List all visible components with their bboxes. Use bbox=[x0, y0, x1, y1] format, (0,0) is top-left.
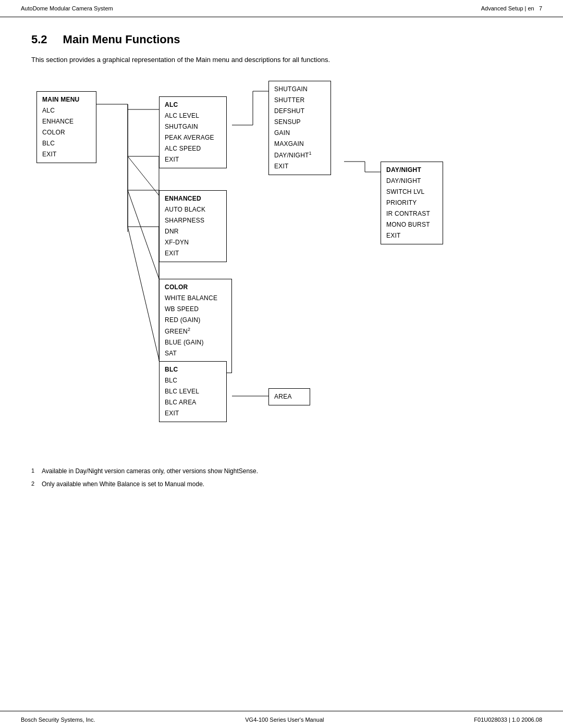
svg-line-8 bbox=[128, 227, 159, 360]
alc-menu-title: ALC bbox=[165, 100, 221, 110]
enhanced-item-autoblack: AUTO BLACK bbox=[165, 204, 221, 215]
section-number: 5.2 bbox=[31, 33, 47, 46]
color-menu-box: COLOR WHITE BALANCE WB SPEED RED (GAIN) … bbox=[159, 279, 232, 373]
area-menu-box: AREA bbox=[268, 388, 310, 405]
page-content: 5.2 Main Menu Functions This section pro… bbox=[0, 17, 563, 534]
blc-item-blcarea: BLC AREA bbox=[165, 397, 221, 408]
svg-line-6 bbox=[128, 190, 159, 279]
shutgain-item-sensup: SENSUP bbox=[274, 117, 325, 128]
enhanced-item-exit: EXIT bbox=[165, 248, 221, 259]
main-menu-box: MAIN Menu ALC ENHANCE COLOR BLC EXIT bbox=[36, 91, 96, 163]
area-item: AREA bbox=[274, 391, 304, 402]
shutgain-item-shutgain: SHUTGAIN bbox=[274, 84, 325, 95]
footer-center: VG4-100 Series User's Manual bbox=[245, 717, 324, 723]
enhanced-item-dnr: DNR bbox=[165, 226, 221, 237]
section-header: 5.2 Main Menu Functions bbox=[31, 33, 532, 46]
daynight-item-exit: EXIT bbox=[386, 230, 437, 241]
footnote-1-text: Available in Day/Night version cameras o… bbox=[42, 466, 258, 476]
shutgain-item-daynight: DAY/NIGHT1 bbox=[274, 150, 325, 161]
enhanced-title: ENHANCED bbox=[165, 193, 221, 204]
shutgain-item-defshut: DEFSHUT bbox=[274, 106, 325, 117]
svg-line-3 bbox=[128, 146, 159, 195]
main-menu-item-blc: BLC bbox=[42, 138, 91, 149]
main-menu-item-enhance: ENHANCE bbox=[42, 116, 91, 127]
alc-menu-item-alcspeed: ALC SPEED bbox=[165, 143, 221, 154]
shutgain-menu-box: SHUTGAIN SHUTTER DEFSHUT SENSUP GAIN MAX… bbox=[268, 81, 331, 175]
color-item-wb: WHITE BALANCE bbox=[165, 293, 226, 304]
enhanced-menu-box: ENHANCED AUTO BLACK SHARPNESS DNR XF-DYN… bbox=[159, 190, 227, 262]
shutgain-item-gain: GAIN bbox=[274, 128, 325, 139]
main-menu-item-color: COLOR bbox=[42, 127, 91, 138]
color-item-redgain: RED (GAIN) bbox=[165, 315, 226, 326]
enhanced-item-xfdyn: XF-DYN bbox=[165, 237, 221, 248]
daynight-item-monoburst: MONO BURST bbox=[386, 219, 437, 230]
alc-menu-item-alc: ALC LEVEL bbox=[165, 110, 221, 121]
alc-menu-item-exit: EXIT bbox=[165, 154, 221, 165]
main-menu-item-alc: ALC bbox=[42, 105, 91, 116]
daynight-item-daynight: DAY/NIGHT bbox=[386, 176, 437, 187]
footnote-area: 1 Available in Day/Night version cameras… bbox=[31, 466, 532, 489]
blc-item-exit: EXIT bbox=[165, 408, 221, 419]
shutgain-item-exit: EXIT bbox=[274, 161, 325, 172]
alc-menu-item-shutgain: SHUTGAIN bbox=[165, 121, 221, 132]
color-title: COLOR bbox=[165, 282, 226, 293]
footer-right: F01U028033 | 1.0 2006.08 bbox=[474, 717, 542, 723]
enhanced-item-sharpness: SHARPNESS bbox=[165, 215, 221, 226]
header-right: Advanced Setup | en 7 bbox=[481, 5, 542, 11]
alc-menu-box: ALC ALC LEVEL SHUTGAIN PEAK AVERAGE ALC … bbox=[159, 96, 227, 168]
header-left: AutoDome Modular Camera System bbox=[21, 5, 113, 11]
footer-left: Bosch Security Systems, Inc. bbox=[21, 717, 95, 723]
page-footer: Bosch Security Systems, Inc. VG4-100 Ser… bbox=[0, 711, 563, 728]
blc-title: BLC bbox=[165, 364, 221, 375]
diagram-container: MAIN Menu ALC ENHANCE COLOR BLC EXIT ALC… bbox=[36, 76, 537, 451]
daynight-menu-box: DAY/NIGHT DAY/NIGHT SWITCH LVL PRIORITY … bbox=[381, 162, 443, 244]
footnote-2-text: Only available when White Balance is set… bbox=[42, 479, 204, 489]
blc-item-blc: BLC bbox=[165, 375, 221, 386]
alc-menu-item-peak: PEAK AVERAGE bbox=[165, 132, 221, 143]
intro-text: This section provides a graphical repres… bbox=[31, 55, 532, 65]
svg-line-5 bbox=[128, 190, 159, 279]
main-menu-title: MAIN Menu bbox=[42, 94, 91, 105]
svg-line-7 bbox=[128, 227, 159, 360]
main-menu-item-exit: EXIT bbox=[42, 149, 91, 160]
color-item-sat: SAT bbox=[165, 348, 226, 359]
page-header: AutoDome Modular Camera System Advanced … bbox=[0, 0, 563, 17]
color-item-bluegain: BLUE (GAIN) bbox=[165, 337, 226, 348]
daynight-item-priority: PRIORITY bbox=[386, 198, 437, 208]
footnote-2-number: 2 bbox=[31, 479, 39, 489]
color-item-green: GREEN2 bbox=[165, 326, 226, 337]
svg-line-4 bbox=[128, 156, 159, 195]
section-title: Main Menu Functions bbox=[63, 33, 180, 46]
shutgain-item-shutter: SHUTTER bbox=[274, 95, 325, 106]
footnote-1-number: 1 bbox=[31, 466, 39, 476]
daynight-item-switchlvl: SWITCH LVL bbox=[386, 187, 437, 198]
shutgain-item-maxgain: MAXGAIN bbox=[274, 139, 325, 150]
footnote-1: 1 Available in Day/Night version cameras… bbox=[31, 466, 532, 476]
color-item-wbspeed: WB SPEED bbox=[165, 304, 226, 315]
footnote-2: 2 Only available when White Balance is s… bbox=[31, 479, 532, 489]
blc-item-blclevel: BLC LEVEL bbox=[165, 386, 221, 397]
blc-menu-box: BLC BLC BLC LEVEL BLC AREA EXIT bbox=[159, 361, 227, 422]
daynight-title: DAY/NIGHT bbox=[386, 165, 437, 176]
daynight-item-ircontrast: IR CONTRAST bbox=[386, 208, 437, 219]
